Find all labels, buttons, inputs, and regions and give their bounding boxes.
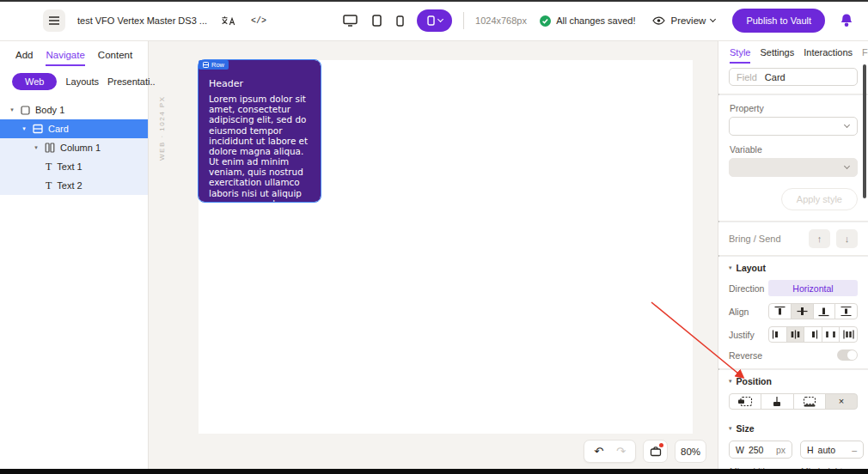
position-section: ▾ Position × — [718, 370, 868, 417]
view-pills: Web Layouts Presentati.. — [0, 66, 148, 99]
publish-button[interactable]: Publish to Vault — [732, 9, 825, 33]
position-section-header[interactable]: ▾ Position — [729, 376, 858, 386]
redo-icon: ↷ — [616, 445, 626, 458]
justify-center-button[interactable] — [786, 326, 805, 343]
mobile-device-button[interactable] — [394, 14, 406, 28]
canvas-area[interactable]: WEB · 1024 PX Row Header Lorem ipsum dol… — [149, 41, 718, 474]
active-device-dropdown-button[interactable] — [417, 9, 452, 32]
align-center-button[interactable] — [791, 303, 814, 319]
align-top-button[interactable] — [768, 303, 792, 319]
property-select[interactable] — [729, 117, 858, 136]
undo-button[interactable]: ↶ — [594, 446, 603, 457]
left-panel-tabs: Add Navigate Content — [0, 41, 148, 66]
caret-down-icon[interactable]: ▾ — [33, 144, 40, 151]
field-name-input[interactable]: Field Card — [729, 68, 858, 86]
align-label: Align — [729, 307, 768, 317]
canvas-controls: ↶ ↷ 80% — [584, 440, 706, 463]
preview-button[interactable]: Preview — [647, 15, 720, 27]
tab-settings[interactable]: Settings — [760, 47, 794, 64]
size-section-header[interactable]: ▾ Size — [729, 423, 858, 434]
tree-item-text2[interactable]: T Text 2 — [0, 176, 148, 195]
panel-scrollbar[interactable] — [863, 64, 866, 198]
pill-web[interactable]: Web — [12, 73, 57, 90]
active-tablet-icon — [427, 15, 435, 26]
zoom-level-button[interactable]: 80% — [675, 440, 706, 463]
direction-value-button[interactable]: Horizontal — [768, 280, 858, 296]
canvas-ruler-label: WEB · 1024 PX — [158, 64, 166, 192]
position-relative-button[interactable] — [729, 393, 761, 410]
apply-style-button[interactable]: Apply style — [781, 188, 858, 210]
height-input-unit[interactable]: – — [852, 445, 857, 455]
field-input-prefix: Field — [737, 72, 757, 82]
history-buttons: ↶ ↷ — [584, 440, 636, 463]
width-input-unit[interactable]: px — [776, 445, 785, 455]
position-none-button[interactable]: × — [825, 393, 858, 410]
tree-item-column[interactable]: ▾ Column 1 — [0, 138, 148, 157]
topbar-right-group: All changes saved! Preview Publish to Va… — [540, 0, 856, 41]
width-input-prefix: W — [736, 445, 744, 455]
variable-select[interactable] — [729, 158, 858, 177]
bell-icon — [839, 13, 854, 28]
arrow-up-icon: ↑ — [817, 234, 822, 244]
tree-item-label: Card — [48, 124, 69, 134]
hamburger-menu-button[interactable] — [43, 9, 65, 32]
layout-section-header[interactable]: ▾ Layout — [729, 263, 858, 273]
justify-button-group — [768, 326, 858, 343]
bring-forward-button[interactable]: ↑ — [809, 229, 830, 248]
align-stretch-button[interactable] — [834, 303, 858, 319]
justify-end-button[interactable] — [804, 326, 822, 343]
redo-button[interactable]: ↷ — [616, 446, 626, 457]
direction-row: Direction Horizontal — [729, 280, 858, 296]
width-input[interactable]: W 250 px — [729, 441, 792, 459]
translate-icon — [221, 15, 235, 26]
justify-between-button[interactable] — [822, 326, 840, 343]
chevron-down-icon — [710, 16, 716, 22]
tree-item-label: Column 1 — [60, 143, 101, 153]
tab-navigate[interactable]: Navigate — [46, 50, 84, 66]
pill-presentations[interactable]: Presentati.. — [107, 76, 156, 87]
tab-add[interactable]: Add — [15, 50, 33, 66]
tablet-device-button[interactable] — [370, 13, 383, 28]
height-input[interactable]: H auto – — [800, 441, 864, 459]
tab-overflow[interactable]: Fi ⇅ — [862, 46, 868, 64]
width-input-value: 250 — [749, 445, 772, 455]
package-updates-button[interactable] — [643, 440, 668, 463]
translate-button[interactable] — [219, 14, 237, 27]
caret-down-icon[interactable]: ▾ — [21, 125, 28, 132]
document-title: test VFO Vertex Master DS3 ... — [77, 15, 207, 26]
notifications-button[interactable] — [837, 11, 856, 30]
notification-dot — [659, 443, 663, 447]
justify-start-button[interactable] — [768, 326, 787, 343]
topbar-divider — [463, 12, 464, 29]
justify-around-button[interactable] — [839, 326, 858, 343]
code-view-button[interactable]: </> — [249, 15, 268, 27]
reverse-toggle[interactable] — [837, 349, 858, 361]
selection-tag: Row — [199, 60, 229, 70]
tree-item-body[interactable]: ▾ Body 1 — [0, 100, 148, 119]
tab-interactions[interactable]: Interactions — [804, 47, 853, 64]
caret-down-icon: ▾ — [729, 264, 732, 271]
reverse-label: Reverse — [729, 350, 768, 361]
bring-send-label: Bring / Send — [729, 234, 803, 244]
position-fixed-button[interactable] — [793, 393, 826, 410]
height-input-prefix: H — [807, 445, 814, 455]
align-button-group — [768, 303, 858, 319]
tree-item-label: Text 2 — [57, 180, 82, 191]
window-bottom-edge — [0, 469, 868, 474]
justify-label: Justify — [729, 330, 768, 340]
height-input-value: auto — [818, 445, 848, 455]
position-absolute-button[interactable] — [761, 393, 793, 410]
tree-item-text1[interactable]: T Text 1 — [0, 157, 148, 176]
hamburger-icon — [49, 16, 59, 25]
desktop-icon — [343, 15, 358, 27]
send-backward-button[interactable]: ↓ — [836, 229, 858, 248]
tab-style[interactable]: Style — [730, 47, 750, 64]
tab-content[interactable]: Content — [98, 50, 132, 66]
pill-layouts[interactable]: Layouts — [65, 76, 99, 87]
align-bottom-button[interactable] — [813, 303, 836, 319]
tree-item-card[interactable]: ▾ Card — [0, 119, 148, 138]
desktop-device-button[interactable] — [341, 13, 359, 28]
selected-card-element[interactable]: Row Header Lorem ipsum dolor sit amet, c… — [199, 60, 321, 202]
window-top-edge — [0, 0, 868, 2]
caret-down-icon[interactable]: ▾ — [9, 106, 15, 113]
